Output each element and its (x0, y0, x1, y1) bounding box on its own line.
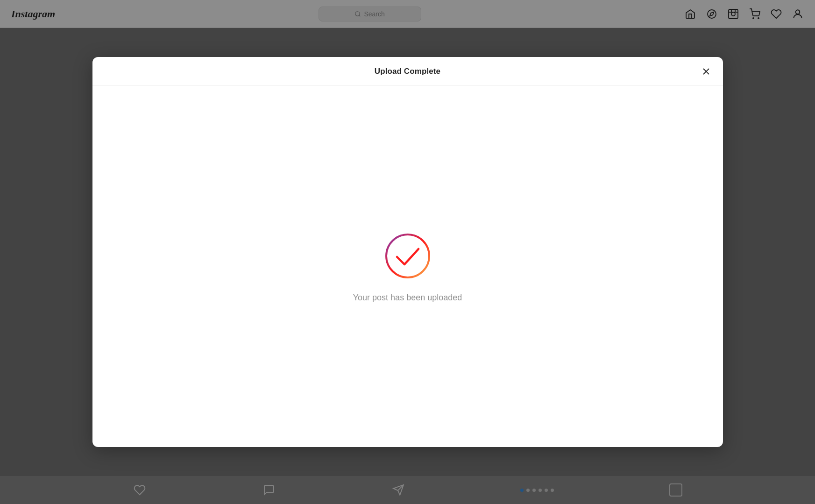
success-check-icon (382, 230, 433, 282)
modal-body: Your post has been uploaded (92, 86, 723, 447)
svg-point-13 (386, 234, 429, 277)
close-icon (701, 66, 711, 77)
modal-overlay: Upload Complete (0, 0, 815, 504)
success-circle-wrapper (382, 230, 433, 282)
upload-complete-modal: Upload Complete (92, 57, 723, 447)
success-message: Your post has been uploaded (353, 293, 462, 303)
modal-close-button[interactable] (698, 63, 715, 80)
modal-header: Upload Complete (92, 57, 723, 86)
modal-title: Upload Complete (375, 67, 440, 76)
